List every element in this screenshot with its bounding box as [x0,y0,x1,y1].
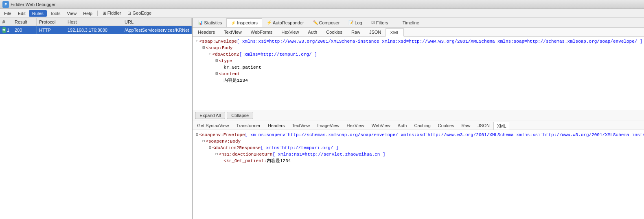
req-tab-json[interactable]: JSON [365,28,386,36]
tab-inspectors[interactable]: ⚡ Inspectors [226,18,262,27]
session-icon: ⇋ [2,27,6,33]
req-tab-webforms[interactable]: WebForms [246,28,277,36]
cell-url: /AppTestService/services/KRNet [122,26,192,34]
menu-rules[interactable]: Rules [29,10,47,17]
toggle-envelope[interactable]: ⊟ [196,38,198,45]
resp-tab-headers[interactable]: Headers [264,121,289,130]
right-panel: 📊 Statistics ⚡ Inspectors ⚡ AutoResponde… [193,18,644,219]
toggle-resp-envelope[interactable]: ⊟ [196,132,198,138]
expand-all-button[interactable]: Expand All [195,112,225,119]
statistics-icon: 📊 [198,20,203,25]
col-header-protocol: Protocol [37,18,65,26]
req-tab-xml[interactable]: XML [386,28,404,37]
request-tabs: Headers TextView WebForms HexView Auth C… [193,28,644,37]
expand-collapse-bar: Expand All Collapse [193,110,644,121]
tab-filters[interactable]: ☑ Filters [367,18,393,27]
filters-icon: ☑ [371,20,375,25]
menu-edit[interactable]: Edit [15,10,29,17]
col-header-url: URL [122,18,192,26]
col-header-result: Result [12,18,37,26]
xml-line: ⊟ <soap:Envelope [ xmlns:xsi=http://www.… [196,38,644,45]
timeline-icon: — [397,20,401,25]
title-bar: F Fiddler Web Debugger [0,0,644,9]
menu-fiddler[interactable]: ⊞ Fiddler [99,10,125,17]
resp-tab-imageview[interactable]: ImageView [313,121,343,130]
app-icon: F [2,1,9,8]
menu-separator-1 [97,11,98,16]
xml-line: ⊟ <doAction2Response [ xmlns=http://temp… [196,145,644,151]
toggle-resp-ns1[interactable]: ⊟ [215,151,218,158]
cell-result: 200 [12,26,37,34]
composer-icon: ✏️ [313,20,318,25]
req-tab-raw[interactable]: Raw [347,28,365,36]
resp-tab-webview[interactable]: WebView [368,121,394,130]
resp-tab-textview[interactable]: TextView [288,121,313,130]
tab-autoresponder[interactable]: ⚡ AutoResponder [262,18,308,27]
xml-line: ⊟ <doAction2 [ xmlns=http://tempuri.org/… [196,51,644,58]
toggle-type[interactable]: ⊟ [215,58,218,64]
resp-tab-cookies[interactable]: Cookies [434,121,458,130]
toggle-body[interactable]: ⊟ [202,45,205,51]
tab-composer[interactable]: ✏️ Composer [309,18,344,27]
menu-file[interactable]: File [1,10,15,17]
xml-line: ⊟ <ns1:doAction2Return [ xmlns:ns1=http:… [196,151,644,158]
xml-line: ⊟ <soapenv:Body [196,138,644,145]
col-header-host: Host [65,18,122,26]
autoresponder-icon: ⚡ [267,20,272,25]
inspectors-icon: ⚡ [231,21,236,25]
req-tab-textview[interactable]: TextView [219,28,246,36]
toggle-content[interactable]: ⊟ [215,71,218,77]
menu-geoedge[interactable]: ⊡ GeoEdge [124,10,155,17]
col-header-num: # [0,18,12,26]
xml-line: ⊟ <type [196,58,644,64]
left-panel: # Result Protocol Host URL ⇋1 200 HTTP 1… [0,18,193,219]
resp-tab-auth[interactable]: Auth [394,121,411,130]
sessions-header: # Result Protocol Host URL [0,18,192,26]
resp-tab-transformer[interactable]: Transformer [232,121,264,130]
toggle-doaction2[interactable]: ⊟ [209,51,211,58]
tab-log[interactable]: 📝 Log [344,18,366,27]
xml-line: ⊟ <soapenv:Envelope [ xmlns:soapenv=http… [196,132,644,138]
table-row[interactable]: ⇋1 200 HTTP 192.168.3.176:8080 /AppTestS… [0,26,192,34]
xml-line: 内容是1234 [196,77,644,84]
collapse-button[interactable]: Collapse [227,112,253,119]
resp-tab-caching[interactable]: Caching [410,121,434,130]
cell-protocol: HTTP [37,26,65,34]
resp-tab-getsyntaxview[interactable]: Get SyntaxView [193,121,232,130]
toggle-resp-doaction2response[interactable]: ⊟ [209,145,211,151]
toggle-resp-body[interactable]: ⊟ [202,138,205,145]
xml-line: ⊟ <content [196,71,644,77]
title-bar-text: Fiddler Web Debugger [11,2,55,7]
xml-line: ⊟ <soap:Body [196,45,644,51]
log-icon: 📝 [348,20,353,25]
response-xml-content: ⊟ <soapenv:Envelope [ xmlns:soapenv=http… [193,130,644,219]
top-tabs-strip: 📊 Statistics ⚡ Inspectors ⚡ AutoResponde… [193,18,644,28]
req-tab-hexview[interactable]: HexView [277,28,303,36]
resp-tab-raw[interactable]: Raw [458,121,474,130]
xml-line: <kr_Get_patient: 内容是1234 [196,158,644,164]
resp-tab-xml[interactable]: XML [493,122,510,130]
menu-bar: File Edit Rules Tools View Help ⊞ Fiddle… [0,9,644,18]
menu-help[interactable]: Help [80,10,96,17]
request-xml-content: ⊟ <soap:Envelope [ xmlns:xsi=http://www.… [193,37,644,110]
resp-tab-json[interactable]: JSON [474,121,493,130]
main-container: # Result Protocol Host URL ⇋1 200 HTTP 1… [0,18,644,219]
cell-host: 192.168.3.176:8080 [65,26,122,34]
resp-tab-hexview[interactable]: HexView [343,121,368,130]
response-tabs: Get SyntaxView Transformer Headers TextV… [193,121,644,130]
menu-view[interactable]: View [64,10,80,17]
req-tab-headers[interactable]: Headers [193,28,219,36]
cell-num: ⇋1 [0,26,12,34]
tab-statistics[interactable]: 📊 Statistics [193,18,226,27]
req-tab-auth[interactable]: Auth [304,28,322,36]
xml-line: kr_Get_patient [196,64,644,71]
req-tab-cookies[interactable]: Cookies [322,28,347,36]
tab-timeline[interactable]: — Timeline [393,18,424,27]
menu-tools[interactable]: Tools [47,10,64,17]
